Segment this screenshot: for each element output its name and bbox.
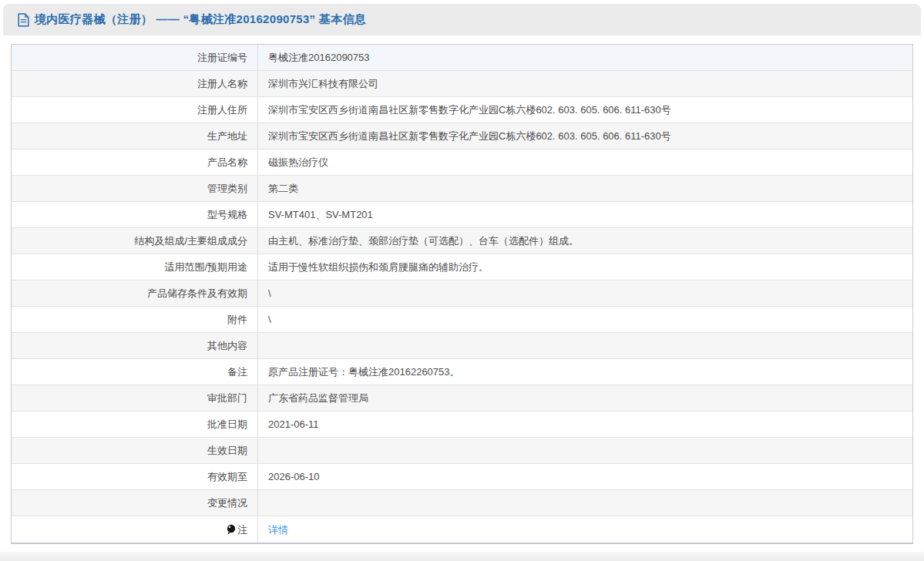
row-value-text: 广东省药品监督管理局: [268, 393, 368, 403]
row-value-text: 磁振热治疗仪: [268, 157, 328, 167]
table-row: 注册证编号粤械注准20162090753: [12, 45, 912, 71]
table-row: 审批部门广东省药品监督管理局: [12, 385, 912, 412]
row-value: 广东省药品监督管理局: [258, 385, 912, 411]
row-label-text: 注册人住所: [197, 105, 247, 115]
row-label: 注册证编号: [12, 45, 258, 70]
row-label: 附件: [12, 307, 258, 332]
row-value: 深圳市宝安区西乡街道南昌社区新零售数字化产业园C栋六楼602. 603. 605…: [258, 123, 912, 149]
row-label-text: 审批部门: [207, 393, 247, 403]
table-row: 管理类别第二类: [12, 176, 912, 202]
main-content: 注册证编号粤械注准20162090753注册人名称深圳市兴汇科技有限公司注册人住…: [0, 35, 924, 544]
row-value-text: 深圳市兴汇科技有限公司: [268, 79, 378, 89]
table-row: 其他内容: [12, 333, 912, 359]
row-label: 适用范围/预期用途: [12, 254, 258, 280]
row-value: \: [258, 307, 912, 332]
row-value: 原产品注册证号：粤械注准20162260753。: [258, 359, 912, 385]
row-value: 2021-06-11: [258, 412, 912, 437]
table-row: 生产地址深圳市宝安区西乡街道南昌社区新零售数字化产业园C栋六楼602. 603.…: [12, 123, 912, 149]
row-label-text: 型号规格: [207, 210, 247, 220]
row-label-text: 注: [237, 525, 247, 535]
row-value: \: [258, 280, 912, 306]
row-value: [258, 438, 912, 463]
table-row: 注册人名称深圳市兴汇科技有限公司: [12, 71, 912, 97]
row-label-text: 管理类别: [207, 183, 247, 193]
row-label: 注: [12, 516, 258, 543]
table-row: 适用范围/预期用途适用于慢性软组织损伤和颈肩腰腿痛的辅助治疗。: [12, 254, 912, 280]
row-label-text: 结构及组成/主要组成成分: [134, 236, 247, 246]
row-value: 粤械注准20162090753: [258, 45, 912, 70]
row-value-text: SV-MT401、SV-MT201: [268, 210, 373, 220]
document-icon: [18, 13, 29, 27]
table-row: 生效日期: [12, 438, 912, 464]
footer-strip: [0, 552, 924, 561]
row-label-text: 批准日期: [207, 419, 247, 429]
row-label-text: 适用范围/预期用途: [164, 262, 247, 272]
row-value: 磁振热治疗仪: [258, 149, 912, 175]
row-value: 2026-06-10: [258, 464, 912, 489]
row-label-text: 生产地址: [207, 131, 247, 141]
row-value-text: 深圳市宝安区西乡街道南昌社区新零售数字化产业园C栋六楼602. 603. 605…: [268, 105, 671, 115]
row-label: 批准日期: [12, 412, 258, 437]
row-label-text: 变更情况: [207, 498, 247, 508]
row-label: 生产地址: [12, 123, 258, 149]
row-label: 结构及组成/主要组成成分: [12, 228, 258, 254]
row-value-text: \: [268, 288, 271, 298]
row-label: 审批部门: [12, 385, 258, 411]
row-label-text: 生效日期: [207, 445, 247, 455]
row-label-text: 注册人名称: [197, 79, 247, 89]
row-label: 管理类别: [12, 176, 258, 201]
row-value: 第二类: [258, 176, 912, 201]
row-label-text: 产品储存条件及有效期: [147, 288, 247, 298]
row-label-text: 有效期至: [207, 472, 247, 482]
row-label-text: 其他内容: [207, 341, 247, 351]
table-row: 注详情: [12, 516, 912, 543]
table-row: 产品名称磁振热治疗仪: [12, 149, 912, 176]
table-row: 附件\: [12, 307, 912, 333]
row-label-text: 产品名称: [207, 157, 247, 167]
info-table: 注册证编号粤械注准20162090753注册人名称深圳市兴汇科技有限公司注册人住…: [11, 44, 913, 544]
row-value: 由主机、标准治疗垫、颈部治疗垫（可选配）、台车（选配件）组成。: [258, 228, 912, 254]
row-value-text: 2021-06-11: [268, 419, 319, 429]
row-label-text: 备注: [227, 367, 247, 377]
row-label: 其他内容: [12, 333, 258, 358]
row-label: 变更情况: [12, 490, 258, 516]
row-value-text: 第二类: [268, 183, 298, 193]
row-value: 深圳市宝安区西乡街道南昌社区新零售数字化产业园C栋六楼602. 603. 605…: [258, 97, 912, 123]
table-row: 注册人住所深圳市宝安区西乡街道南昌社区新零售数字化产业园C栋六楼602. 603…: [12, 97, 912, 123]
detail-link[interactable]: 详情: [268, 525, 288, 535]
row-label: 有效期至: [12, 464, 258, 489]
row-label: 注册人名称: [12, 71, 258, 96]
table-row: 产品储存条件及有效期\: [12, 280, 912, 307]
row-value: [258, 333, 912, 358]
row-label: 产品名称: [12, 149, 258, 175]
table-row: 结构及组成/主要组成成分由主机、标准治疗垫、颈部治疗垫（可选配）、台车（选配件）…: [12, 228, 912, 254]
row-value: 详情: [258, 516, 912, 543]
row-value-text: 粤械注准20162090753: [268, 52, 370, 62]
table-row: 变更情况: [12, 490, 912, 516]
row-value-text: 适用于慢性软组织损伤和颈肩腰腿痛的辅助治疗。: [268, 262, 489, 272]
row-value-text: 由主机、标准治疗垫、颈部治疗垫（可选配）、台车（选配件）组成。: [268, 236, 579, 246]
row-label: 产品储存条件及有效期: [12, 280, 258, 306]
row-value-text: 2026-06-10: [268, 472, 320, 482]
table-row: 批准日期2021-06-11: [12, 412, 912, 438]
title-bar: 境内医疗器械（注册） —— “粤械注准20162090753” 基本信息: [3, 4, 921, 35]
row-value-text: 深圳市宝安区西乡街道南昌社区新零售数字化产业园C栋六楼602. 603. 605…: [268, 131, 671, 141]
row-label: 型号规格: [12, 202, 258, 227]
row-value-text: \: [268, 314, 271, 324]
table-row: 型号规格SV-MT401、SV-MT201: [12, 202, 912, 228]
row-label-text: 附件: [227, 314, 247, 324]
row-label: 备注: [12, 359, 258, 385]
row-value: 深圳市兴汇科技有限公司: [258, 71, 912, 96]
table-row: 备注原产品注册证号：粤械注准20162260753。: [12, 359, 912, 385]
row-value: SV-MT401、SV-MT201: [258, 202, 912, 227]
row-label: 生效日期: [12, 438, 258, 463]
row-value: 适用于慢性软组织损伤和颈肩腰腿痛的辅助治疗。: [258, 254, 912, 280]
page-title: 境内医疗器械（注册） —— “粤械注准20162090753” 基本信息: [35, 12, 366, 27]
row-value-text: 原产品注册证号：粤械注准20162260753。: [268, 367, 460, 377]
balloon-icon: [227, 524, 236, 535]
row-label: 注册人住所: [12, 97, 258, 123]
row-label-text: 注册证编号: [197, 52, 247, 62]
table-row: 有效期至2026-06-10: [12, 464, 912, 490]
row-value: [258, 490, 912, 516]
